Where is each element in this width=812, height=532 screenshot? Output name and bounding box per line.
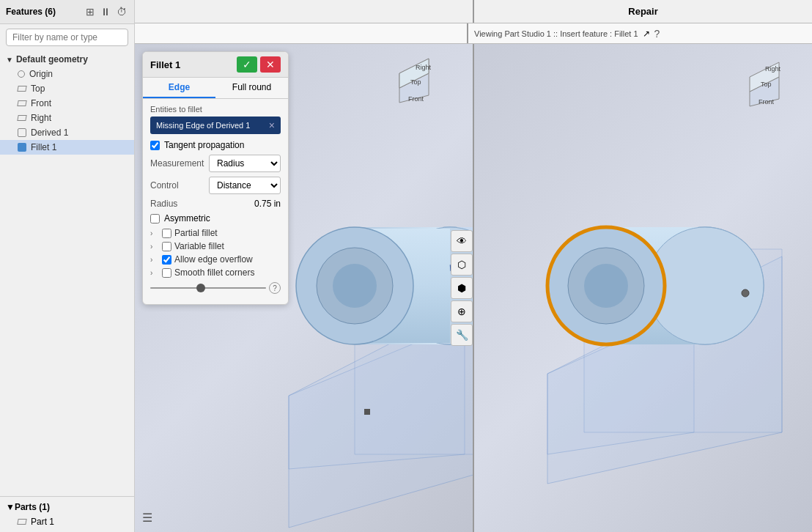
variable-fillet-row[interactable]: › Variable fillet	[150, 241, 281, 251]
allow-edge-overflow-row[interactable]: › Allow edge overflow	[150, 254, 281, 265]
entities-label: Entities to fillet	[150, 105, 281, 114]
cube-nav-right[interactable]: Front Top Right	[739, 51, 797, 112]
default-geometry-label: Default geometry	[16, 54, 88, 64]
fillet-icon	[18, 143, 26, 152]
list-view-button[interactable]: ☰	[142, 511, 152, 525]
fillet-tabs: Edge Full round	[143, 78, 288, 99]
smooth-fillet-corners-row[interactable]: › Smooth fillet corners	[150, 267, 281, 278]
clock-icon[interactable]: ⏱	[115, 4, 128, 19]
svg-text:Front: Front	[759, 98, 775, 106]
tree-item-label: Fillet 1	[31, 142, 56, 152]
remove-entity-button[interactable]: ×	[269, 119, 275, 131]
top-bar: Repair	[135, 0, 812, 23]
toolbar-button-5[interactable]: 🔧	[451, 324, 473, 346]
pause-icon[interactable]: ⏸	[99, 4, 112, 19]
asymmetric-label: Asymmetric	[164, 213, 210, 223]
smooth-fillet-checkbox[interactable]	[162, 268, 171, 278]
entities-field[interactable]: Missing Edge of Derived 1 ×	[150, 117, 281, 134]
right-viewport-svg	[474, 44, 812, 532]
toolbar-button-1[interactable]: 👁	[451, 230, 473, 252]
fillet-title: Fillet 1	[150, 59, 237, 70]
parts-section: ▼ Parts (1) Part 1	[0, 496, 134, 532]
chevron-down-icon: ›	[150, 256, 159, 264]
help-button[interactable]: ?	[654, 28, 660, 40]
origin-icon	[18, 70, 25, 78]
viewport-toolbar: 👁 ⬡ ⬢ ⊕ 🔧	[451, 230, 473, 346]
asymmetric-row: Asymmetric	[150, 213, 281, 223]
search-input[interactable]	[6, 29, 128, 46]
second-bar: Viewing Part Studio 1 :: Insert feature …	[135, 23, 812, 44]
chevron-down-icon: ▼	[6, 56, 13, 64]
toolbar-button-3[interactable]: ⬢	[451, 277, 473, 299]
main-area: Repair Viewing Part Studio 1 :: Insert f…	[135, 0, 812, 532]
plane-icon	[17, 86, 26, 92]
allow-edge-overflow-label: Allow edge overflow	[174, 254, 253, 265]
sidebar: Features (6) ⊞ ⏸ ⏱ ▼ Default geometry Or…	[0, 0, 135, 532]
toolbar-button-2[interactable]: ⬡	[451, 254, 473, 276]
cancel-button[interactable]: ✕	[260, 56, 281, 73]
partial-fillet-row[interactable]: › Partial fillet	[150, 228, 281, 238]
tab-edge[interactable]: Edge	[143, 78, 215, 98]
svg-text:Front: Front	[408, 95, 424, 103]
partial-fillet-checkbox[interactable]	[162, 229, 171, 238]
svg-point-33	[584, 264, 628, 308]
external-link-button[interactable]: ↗	[643, 29, 650, 39]
orientation-cube-right[interactable]: Front Top Right	[739, 51, 797, 110]
toolbar-button-4[interactable]: ⊕	[451, 300, 473, 322]
smooth-fillet-label: Smooth fillet corners	[174, 267, 254, 278]
default-geometry-group[interactable]: ▼ Default geometry	[0, 52, 134, 67]
chevron-right-icon: ›	[150, 243, 159, 251]
fillet-panel: Fillet 1 ✓ ✕ Edge Full round Entities to…	[142, 51, 289, 305]
tree-item-label: Front	[31, 98, 51, 108]
slider-track[interactable]	[150, 287, 266, 289]
variable-fillet-checkbox[interactable]	[162, 242, 171, 251]
viewing-text: Viewing Part Studio 1 :: Insert feature …	[474, 29, 638, 38]
left-viewport[interactable]: Fillet 1 ✓ ✕ Edge Full round Entities to…	[135, 44, 474, 532]
cube-nav-left[interactable]: Front Top Right	[385, 51, 443, 112]
svg-text:Top: Top	[410, 78, 421, 86]
radius-label: Radius	[150, 199, 209, 209]
plane-icon	[17, 115, 26, 121]
tree-item-fillet1[interactable]: Fillet 1	[0, 140, 134, 155]
slider-row: ?	[150, 282, 281, 294]
asymmetric-checkbox[interactable]	[150, 214, 160, 223]
tree-item-front[interactable]: Front	[0, 96, 134, 111]
control-label: Control	[150, 180, 209, 191]
filter-icon[interactable]: ⊞	[84, 4, 96, 19]
allow-edge-overflow-checkbox[interactable]	[162, 255, 171, 265]
tangent-propagation-checkbox[interactable]	[150, 141, 160, 150]
tree-item-right[interactable]: Right	[0, 111, 134, 125]
derived-icon	[18, 128, 26, 137]
help-icon[interactable]: ?	[269, 282, 281, 294]
chevron-right-icon: ›	[150, 229, 159, 237]
slider-thumb[interactable]	[196, 284, 205, 292]
control-select[interactable]: Distance	[209, 177, 281, 194]
chevron-down-icon: ▼	[6, 502, 15, 512]
measurement-select[interactable]: Radius	[209, 155, 281, 172]
confirm-button[interactable]: ✓	[237, 56, 257, 73]
part-item-1[interactable]: Part 1	[0, 514, 134, 529]
tree-item-label: Right	[31, 113, 51, 123]
measurement-label: Measurement	[150, 158, 209, 169]
header-icons: ⊞ ⏸ ⏱	[84, 4, 128, 19]
tree-item-origin[interactable]: Origin	[0, 67, 134, 81]
partial-fillet-label: Partial fillet	[174, 228, 218, 238]
tangent-propagation-label: Tangent propagation	[164, 140, 244, 150]
plane-icon	[17, 100, 26, 106]
tree-item-derived1[interactable]: Derived 1	[0, 125, 134, 140]
orientation-cube-left[interactable]: Front Top Right	[385, 51, 443, 110]
repair-header: Repair	[474, 0, 812, 23]
right-viewport[interactable]: Front Top Right	[474, 44, 812, 532]
viewport-dot	[364, 409, 370, 415]
repair-label: Repair	[481, 6, 805, 17]
sidebar-header: Features (6) ⊞ ⏸ ⏱	[0, 0, 134, 24]
variable-fillet-label: Variable fillet	[174, 241, 224, 251]
part-icon	[17, 519, 26, 525]
tab-full-round[interactable]: Full round	[215, 78, 288, 98]
tree-item-top[interactable]: Top	[0, 81, 134, 96]
parts-group[interactable]: ▼ Parts (1)	[0, 500, 134, 514]
parts-label-text: Parts (1)	[15, 502, 50, 512]
control-row: Control Distance	[150, 177, 281, 194]
chevron-right-icon: ›	[150, 269, 159, 277]
radius-row: Radius 0.75 in	[150, 199, 281, 209]
